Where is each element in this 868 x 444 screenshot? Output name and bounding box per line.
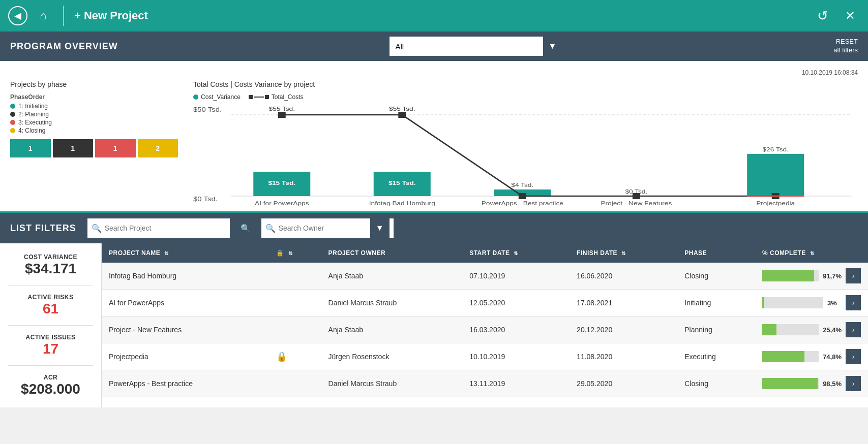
row-arrow-button[interactable]: › [846, 295, 861, 310]
cost-variance-legend: Cost_Variance [193, 93, 241, 101]
cell-start: 13.11.2019 [462, 370, 570, 397]
phase-legend: PhaseOrder 1: Initiating 2: Planning 3: … [10, 93, 178, 134]
search-project-box: 🔍 [87, 218, 230, 238]
timestamp: 10.10.2019 16:08:34 [10, 69, 858, 76]
cost-variance-label: Cost_Variance [201, 93, 241, 101]
phase-bar-closing[interactable]: 2 [138, 139, 178, 157]
row-arrow-button[interactable]: › [846, 322, 861, 337]
cell-phase: Closing [677, 370, 755, 397]
costs-chart: Total Costs | Costs Variance by project … [193, 80, 858, 206]
stats-panel: COST VARIANCE $34.171 ACTIVE RISKS 61 AC… [0, 243, 102, 407]
active-issues-value: 17 [8, 341, 93, 357]
sort-icon-percent[interactable]: ⇅ [810, 250, 815, 256]
search-owner-input[interactable] [279, 224, 370, 232]
total-costs-label: Total_Costs [272, 93, 304, 101]
executing-label: 3: Executing [18, 119, 52, 126]
progress-bar-fill [762, 378, 818, 389]
sort-icon-finish[interactable]: ⇅ [621, 250, 626, 256]
total-costs-line-icon [249, 95, 269, 99]
progress-text: 25,4% [823, 326, 842, 334]
cost-variance-stat-value: $34.171 [8, 261, 93, 277]
cell-project-name: AI for PowerApps [102, 290, 269, 316]
total-costs-legend: Total_Costs [249, 93, 304, 101]
svg-text:$4 Tsd.: $4 Tsd. [511, 182, 533, 188]
row-arrow-button[interactable]: › [846, 349, 861, 364]
cell-finish: 29.05.2020 [570, 370, 677, 397]
sort-icon-start[interactable]: ⇅ [514, 250, 518, 256]
progress-bar-fill [762, 324, 776, 335]
cost-variance-stat-label: COST VARIANCE [8, 253, 93, 261]
close-button[interactable]: ✕ [841, 6, 860, 25]
home-button[interactable]: ⌂ [34, 6, 53, 25]
phase-chart: Projects by phase PhaseOrder 1: Initiati… [10, 80, 178, 157]
col-project-name: PROJECT NAME ⇅ [102, 243, 269, 263]
acr-stat: ACR $208.000 [8, 374, 93, 397]
sort-icon-lock[interactable]: ⇅ [288, 250, 293, 256]
cell-owner: Daniel Marcus Straub [321, 290, 463, 316]
cell-owner: Anja Staab [321, 263, 463, 290]
phase-legend-item-4: 4: Closing [10, 127, 178, 134]
executing-dot [10, 120, 15, 125]
progress-bar-bg [762, 324, 819, 335]
phase-legend-item-2: 2: Planning [10, 111, 178, 118]
refresh-button[interactable]: ↺ [813, 6, 832, 25]
reset-filters-button[interactable]: RESET all filters [833, 38, 858, 55]
acr-label: ACR [8, 374, 93, 381]
app-header: ◀ ⌂ + New Project ↺ ✕ [0, 0, 868, 31]
bar-projectpedia[interactable] [747, 154, 804, 196]
cell-finish: 20.12.2020 [570, 316, 677, 343]
phase-bar-initiating[interactable]: 1 [10, 139, 51, 157]
cell-owner: Anja Staab [321, 316, 463, 343]
table-row: Projectpedia 🔒 Jürgen Rosenstock 10.10.2… [102, 343, 868, 370]
filter-dropdown[interactable]: All ▼ [390, 37, 562, 56]
header-divider [63, 6, 64, 26]
row-arrow-button[interactable]: › [846, 376, 861, 391]
svg-text:$55 Tsd.: $55 Tsd. [269, 106, 295, 112]
progress-bar-bg [762, 351, 819, 362]
phase-chart-title: Projects by phase [10, 80, 178, 88]
active-risks-stat: ACTIVE RISKS 61 [8, 294, 93, 317]
svg-text:$55 Tsd.: $55 Tsd. [389, 106, 415, 112]
cell-finish: 17.08.2021 [570, 290, 677, 316]
phase-bar-planning[interactable]: 1 [53, 139, 94, 157]
svg-text:$15 Tsd.: $15 Tsd. [268, 180, 295, 186]
reset-label: RESET [833, 38, 858, 46]
table-row: Project - New Features Anja Staab 16.03.… [102, 316, 868, 343]
col-owner: PROJECT OWNER [321, 243, 463, 263]
progress-text: 91,7% [823, 272, 842, 280]
cell-lock [269, 290, 321, 316]
toolbar: PROGRAM OVERVIEW All ▼ RESET all filters [0, 31, 868, 61]
cell-lock [269, 263, 321, 290]
filter-value: All [396, 42, 543, 51]
cell-project-name: PowerApps - Best practice [102, 370, 269, 397]
cell-project-name: Infotag Bad Homburg [102, 263, 269, 290]
table-row: Infotag Bad Homburg Anja Staab 07.10.201… [102, 263, 868, 290]
owner-dropdown-button[interactable]: ▼ [370, 218, 390, 238]
back-button[interactable]: ◀ [8, 6, 27, 25]
projects-table-container: PROJECT NAME ⇅ 🔒 ⇅ PROJECT OWNER START D… [102, 243, 868, 407]
progress-bar-bg [762, 270, 819, 281]
cell-start: 16.03.2020 [462, 316, 570, 343]
cell-owner: Daniel Marcus Straub [321, 370, 463, 397]
cell-start: 10.10.2019 [462, 343, 570, 370]
search-project-input[interactable] [105, 224, 226, 232]
progress-bar-fill [762, 351, 804, 362]
svg-text:AI for PowerApps: AI for PowerApps [255, 200, 309, 206]
progress-bar-bg [762, 297, 823, 308]
search-project-button[interactable]: 🔍 [236, 218, 255, 238]
charts-row: Projects by phase PhaseOrder 1: Initiati… [10, 80, 858, 206]
filter-chevron-icon[interactable]: ▼ [543, 37, 562, 56]
row-arrow-button[interactable]: › [846, 268, 861, 283]
active-risks-value: 61 [8, 301, 93, 317]
cell-phase: Executing [677, 343, 755, 370]
reset-sub-label: all filters [833, 46, 858, 55]
progress-bar-bg [762, 378, 819, 389]
new-project-button[interactable]: + New Project [74, 9, 148, 22]
cell-project-name: Projectpedia [102, 343, 269, 370]
svg-text:PowerApps - Best practice: PowerApps - Best practice [482, 200, 563, 206]
planning-label: 2: Planning [18, 111, 49, 118]
sort-icon-name[interactable]: ⇅ [164, 250, 169, 256]
total-costs-sq2 [265, 95, 269, 99]
progress-bar-fill [762, 270, 814, 281]
phase-bar-executing[interactable]: 1 [95, 139, 136, 157]
